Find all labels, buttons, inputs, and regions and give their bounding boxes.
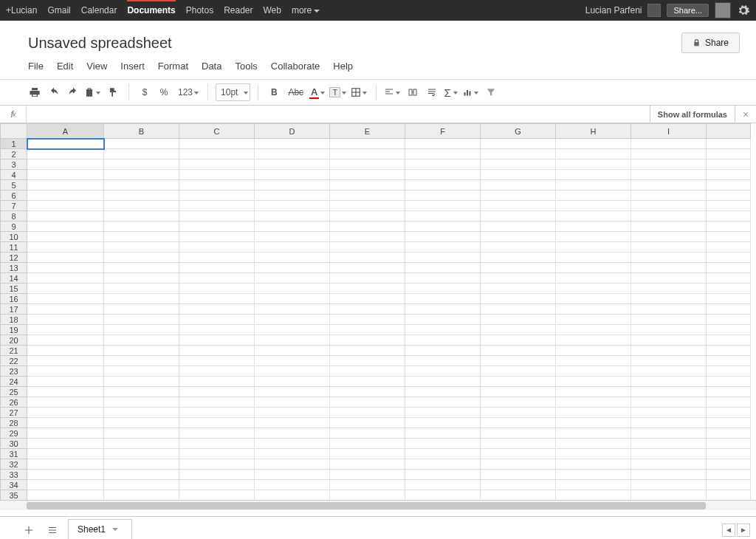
cell[interactable] xyxy=(27,397,104,408)
cell[interactable] xyxy=(707,377,751,387)
cell[interactable] xyxy=(481,470,556,480)
row-header[interactable]: 9 xyxy=(1,222,27,232)
cell[interactable] xyxy=(405,428,481,439)
cell[interactable] xyxy=(707,139,751,149)
cell[interactable] xyxy=(481,211,556,222)
cell[interactable] xyxy=(104,490,179,501)
menu-format[interactable]: Format xyxy=(158,61,188,72)
cell[interactable] xyxy=(481,263,556,273)
cell[interactable] xyxy=(481,253,556,263)
cell[interactable] xyxy=(330,439,405,449)
cell[interactable] xyxy=(255,397,330,408)
strikethrough-button[interactable]: Abc xyxy=(285,83,306,101)
cell[interactable] xyxy=(255,325,330,335)
cell[interactable] xyxy=(481,449,556,459)
cell[interactable] xyxy=(104,273,179,284)
cell[interactable] xyxy=(631,232,707,242)
cell[interactable] xyxy=(631,201,707,211)
cell[interactable] xyxy=(255,408,330,418)
cell[interactable] xyxy=(255,149,330,159)
cell[interactable] xyxy=(179,480,255,490)
row-header[interactable]: 23 xyxy=(1,366,27,377)
cell[interactable] xyxy=(405,470,481,480)
cell[interactable] xyxy=(556,139,631,149)
cell[interactable] xyxy=(330,366,405,377)
row-header[interactable]: 3 xyxy=(1,159,27,170)
row-header[interactable]: 34 xyxy=(1,480,27,490)
cell[interactable] xyxy=(104,170,179,180)
tab-nav-left[interactable]: ◄ xyxy=(722,523,735,537)
cell[interactable] xyxy=(481,222,556,232)
cell[interactable] xyxy=(255,449,330,459)
cell[interactable] xyxy=(556,304,631,315)
cell[interactable] xyxy=(330,480,405,490)
cell[interactable] xyxy=(179,253,255,263)
cell[interactable] xyxy=(330,490,405,501)
cell[interactable] xyxy=(330,387,405,397)
merge-cells-button[interactable] xyxy=(405,83,421,101)
cell[interactable] xyxy=(707,470,751,480)
cell[interactable] xyxy=(481,459,556,470)
cell[interactable] xyxy=(330,273,405,284)
cell[interactable] xyxy=(707,325,751,335)
cell[interactable] xyxy=(179,449,255,459)
cell[interactable] xyxy=(707,356,751,366)
cell[interactable] xyxy=(631,325,707,335)
cell[interactable] xyxy=(556,335,631,346)
row-header[interactable]: 13 xyxy=(1,263,27,273)
row-header[interactable]: 18 xyxy=(1,315,27,325)
cell[interactable] xyxy=(179,428,255,439)
cell[interactable] xyxy=(255,273,330,284)
sheet-tab[interactable]: Sheet1 xyxy=(68,519,132,539)
cell[interactable] xyxy=(104,397,179,408)
cell[interactable] xyxy=(179,263,255,273)
cell[interactable] xyxy=(255,377,330,387)
cell[interactable] xyxy=(631,377,707,387)
currency-format-button[interactable]: $ xyxy=(137,83,153,101)
cell[interactable] xyxy=(556,242,631,253)
cell[interactable] xyxy=(481,480,556,490)
cell[interactable] xyxy=(179,232,255,242)
cell[interactable] xyxy=(27,263,104,273)
cell[interactable] xyxy=(255,459,330,470)
cell[interactable] xyxy=(27,439,104,449)
cell[interactable] xyxy=(707,490,751,501)
cell[interactable] xyxy=(631,366,707,377)
topnav-item-reader[interactable]: Reader xyxy=(224,5,252,16)
cell[interactable] xyxy=(631,170,707,180)
menu-tools[interactable]: Tools xyxy=(235,61,257,72)
cell[interactable] xyxy=(556,170,631,180)
cell[interactable] xyxy=(255,253,330,263)
cell[interactable] xyxy=(104,387,179,397)
cell[interactable] xyxy=(631,418,707,428)
cell[interactable] xyxy=(330,180,405,190)
cell[interactable] xyxy=(330,335,405,346)
cell[interactable] xyxy=(27,480,104,490)
row-header[interactable]: 8 xyxy=(1,211,27,222)
cell[interactable] xyxy=(255,490,330,501)
cell[interactable] xyxy=(104,346,179,356)
cell[interactable] xyxy=(330,159,405,170)
cell[interactable] xyxy=(631,304,707,315)
cell[interactable] xyxy=(27,294,104,304)
cell[interactable] xyxy=(330,284,405,294)
cell[interactable] xyxy=(179,439,255,449)
cell[interactable] xyxy=(104,211,179,222)
cell[interactable] xyxy=(330,139,405,149)
cell[interactable] xyxy=(104,356,179,366)
cell[interactable] xyxy=(255,315,330,325)
cell[interactable] xyxy=(405,170,481,180)
cell[interactable] xyxy=(631,139,707,149)
tab-nav-right[interactable]: ► xyxy=(737,523,750,537)
cell[interactable] xyxy=(330,190,405,201)
cell[interactable] xyxy=(255,335,330,346)
bold-button[interactable]: B xyxy=(266,83,282,101)
cell[interactable] xyxy=(330,149,405,159)
cell[interactable] xyxy=(556,377,631,387)
cell[interactable] xyxy=(179,490,255,501)
cell[interactable] xyxy=(104,470,179,480)
cell[interactable] xyxy=(631,149,707,159)
cell[interactable] xyxy=(330,294,405,304)
cell[interactable] xyxy=(556,201,631,211)
cell[interactable] xyxy=(707,294,751,304)
